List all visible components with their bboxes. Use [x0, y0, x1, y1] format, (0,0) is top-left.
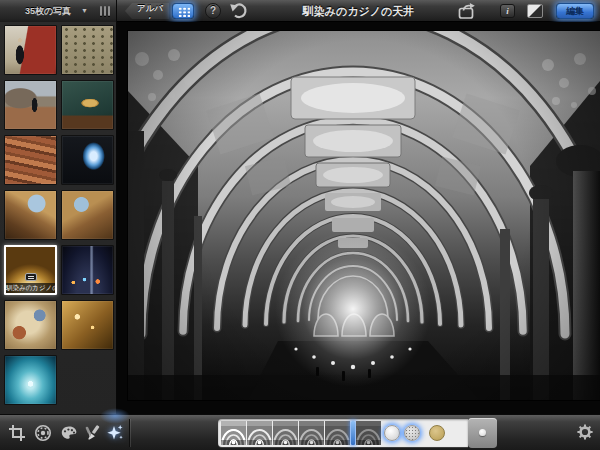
effect-segment-6[interactable]	[356, 421, 381, 445]
chevron-down-icon: ▼	[81, 7, 88, 14]
thumbnail-13[interactable]	[4, 355, 57, 405]
white-edge-option-button[interactable]	[384, 425, 400, 441]
bottom-toolbar	[0, 414, 600, 450]
share-icon	[457, 2, 477, 20]
effects-tool-button[interactable]	[103, 415, 127, 450]
effect-fan-strip	[218, 419, 468, 447]
thumbnail-3[interactable]	[4, 80, 57, 130]
share-button[interactable]	[457, 2, 477, 20]
settings-button[interactable]	[576, 424, 594, 442]
edit-button[interactable]: 編集	[556, 3, 594, 19]
thumbnail-5[interactable]	[4, 135, 57, 185]
thumbnail-1[interactable]	[4, 25, 57, 75]
thumbnail-sidebar: 馴染みのカジノの天井	[0, 22, 117, 414]
effect-selection-marker[interactable]	[351, 421, 355, 445]
info-button[interactable]: i	[500, 4, 515, 18]
brushes-icon	[84, 424, 102, 442]
thumbnail-grid: 馴染みのカジノの天井	[4, 25, 116, 405]
toolbar-divider	[129, 419, 130, 447]
thumbnail-caption: 馴染みのカジノの天井	[6, 283, 55, 293]
thumbnail-10[interactable]	[61, 245, 114, 295]
color-tool-button[interactable]	[57, 415, 81, 450]
effect-segment-3[interactable]	[273, 421, 298, 445]
thumbnail-8[interactable]	[61, 190, 114, 240]
effect-segment-5[interactable]	[325, 421, 350, 445]
thumbnail-4[interactable]	[61, 80, 114, 130]
top-toolbar: 35枚の写真 ▼ アルバム ? 馴染みのカジノの天井 i 編集	[0, 0, 600, 22]
film-grain-option-button[interactable]	[404, 425, 420, 441]
photo-viewer	[117, 22, 600, 414]
gear-icon	[577, 424, 593, 440]
effect-segment-4[interactable]	[299, 421, 324, 445]
palette-icon	[60, 424, 78, 442]
effect-segment-2[interactable]	[247, 421, 272, 445]
main-photo[interactable]	[128, 31, 600, 400]
fan-handle-tab[interactable]	[468, 418, 497, 448]
effects-sparkle-icon	[106, 424, 124, 442]
pane-resize-handle-icon[interactable]	[100, 6, 110, 16]
thumbnail-2[interactable]	[61, 25, 114, 75]
thumbnail-6[interactable]	[61, 135, 114, 185]
crop-tool-button[interactable]	[5, 415, 29, 450]
thumbnail-12[interactable]	[61, 300, 114, 350]
exposure-tool-button[interactable]	[31, 415, 55, 450]
sidebar-header: 35枚の写真 ▼	[0, 0, 117, 22]
thumbnail-9-selected[interactable]: 馴染みのカジノの天井	[4, 245, 57, 295]
exposure-dial-icon	[34, 424, 52, 442]
thumbnail-7[interactable]	[4, 190, 57, 240]
sepia-option-button[interactable]	[429, 425, 445, 441]
effect-segment-1[interactable]	[221, 421, 246, 445]
photo-stack-badge-icon	[25, 273, 37, 281]
thumbnail-11[interactable]	[4, 300, 57, 350]
crop-icon	[8, 424, 26, 442]
compare-original-button[interactable]	[527, 4, 543, 18]
iphoto-window: 35枚の写真 ▼ アルバム ? 馴染みのカジノの天井 i 編集	[0, 0, 600, 450]
fan-handle-dot-icon	[479, 429, 486, 436]
